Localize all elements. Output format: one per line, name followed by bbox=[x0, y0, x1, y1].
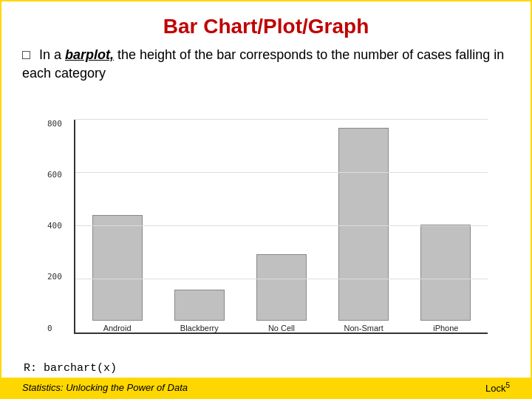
bar-label-non-smart: Non-Smart bbox=[344, 324, 383, 332]
bar-label-iphone: iPhone bbox=[433, 324, 458, 332]
r-code: R: barchart(x) bbox=[22, 362, 510, 375]
description: □ In a barplot, the height of the bar co… bbox=[22, 46, 510, 83]
gridline-200 bbox=[75, 279, 488, 279]
gridline-600 bbox=[75, 172, 488, 173]
bar-label-blackberry: Blackberry bbox=[180, 324, 219, 332]
y-axis: 0 200 400 600 800 bbox=[47, 120, 62, 332]
gridline-800 bbox=[75, 119, 488, 120]
bar-chart: 0 200 400 600 800 AndroidBlackberryNo Ce… bbox=[74, 120, 488, 334]
bar-no-cell bbox=[256, 254, 307, 321]
footer: Statistics: Unlocking the Power of Data … bbox=[1, 378, 531, 398]
bullet-icon: □ bbox=[22, 46, 35, 64]
bar-label-no-cell: No Cell bbox=[268, 324, 295, 332]
footer-left: Statistics: Unlocking the Power of Data bbox=[22, 382, 188, 393]
bar-group-no-cell: No Cell bbox=[256, 254, 307, 332]
bars-container: AndroidBlackberryNo CellNon-SmartiPhone bbox=[75, 120, 488, 332]
bar-group-non-smart: Non-Smart bbox=[338, 128, 389, 332]
chart-area: 0 200 400 600 800 AndroidBlackberryNo Ce… bbox=[22, 89, 510, 361]
footer-right: Lock5 bbox=[485, 381, 510, 394]
slide: Bar Chart/Plot/Graph □ In a barplot, the… bbox=[0, 0, 532, 399]
bar-iphone bbox=[420, 225, 471, 321]
bar-android bbox=[92, 215, 143, 321]
desc-part1: In a bbox=[39, 47, 65, 62]
y-label-800: 800 bbox=[47, 120, 62, 128]
y-label-400: 400 bbox=[47, 222, 62, 230]
y-label-0: 0 bbox=[47, 324, 62, 332]
y-label-200: 200 bbox=[47, 273, 62, 281]
bar-blackberry bbox=[174, 290, 225, 321]
y-label-600: 600 bbox=[47, 171, 62, 179]
slide-title: Bar Chart/Plot/Graph bbox=[22, 15, 510, 38]
bar-label-android: Android bbox=[103, 324, 132, 332]
bar-group-android: Android bbox=[92, 215, 143, 332]
desc-barplot: barplot, bbox=[65, 47, 114, 62]
gridline-400 bbox=[75, 225, 488, 226]
bar-group-blackberry: Blackberry bbox=[174, 290, 225, 332]
bar-non-smart bbox=[338, 128, 389, 321]
